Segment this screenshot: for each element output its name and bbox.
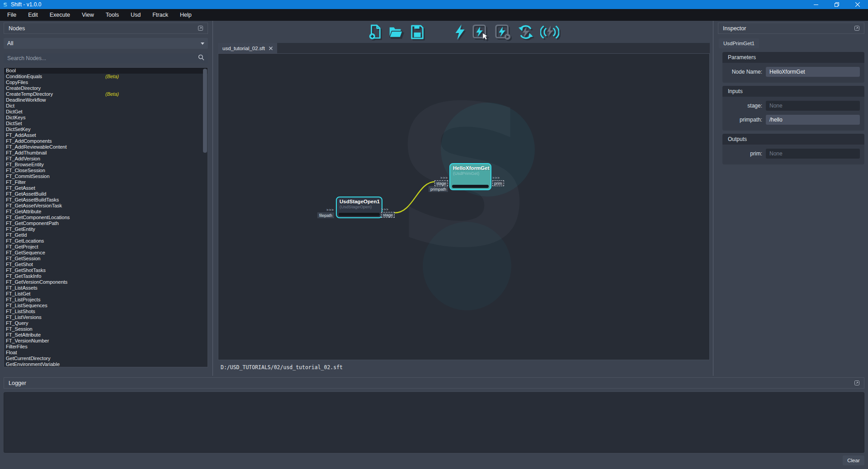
node-list-item[interactable]: Bool — [4, 68, 208, 74]
node-list-item[interactable]: Float — [4, 350, 208, 356]
graph-node-helloxformget[interactable]: HelloXformGet(UsdPrimGet) — [449, 163, 491, 190]
node-list-scrollbar-thumb[interactable] — [203, 69, 207, 153]
node-list-item[interactable]: CopyFiles — [4, 80, 208, 85]
node-list-item[interactable]: FT_GetLocations — [4, 238, 208, 244]
open-graph-icon[interactable] — [388, 24, 404, 40]
node-list-item[interactable]: FT_ListGet — [4, 291, 208, 297]
node-list-item[interactable]: FT_ListAssets — [4, 285, 208, 291]
undock-nodes-icon[interactable] — [198, 26, 203, 31]
node-list-item[interactable]: FT_ListVersions — [4, 314, 208, 320]
node-filter-value: All — [7, 40, 13, 47]
port-primpath[interactable]: primpath — [429, 186, 448, 192]
undock-logger-icon[interactable] — [854, 380, 859, 385]
inspector-node-tab[interactable]: UsdPrimGet1 — [719, 38, 759, 48]
tab-usd-tutorial-02[interactable]: usd_tutorial_02.sft — [218, 43, 277, 53]
node-list-item[interactable]: FT_AddThumbnail — [4, 150, 208, 156]
node-list-item[interactable]: DeadlineWorkflow — [4, 97, 208, 103]
menu-item-view[interactable]: View — [76, 9, 100, 21]
node-list-item[interactable]: ConditionEquals(Beta) — [4, 74, 208, 80]
node-list-item[interactable]: FT_GetShotTasks — [4, 267, 208, 273]
clear-log-button[interactable]: Clear — [843, 455, 864, 465]
node-filter-dropdown[interactable]: All — [4, 38, 208, 49]
execute-from-selected-icon[interactable] — [495, 24, 511, 40]
menu-item-tools[interactable]: Tools — [100, 9, 125, 21]
search-input[interactable] — [7, 55, 198, 61]
menu-item-help[interactable]: Help — [174, 9, 198, 21]
node-list-item[interactable]: FT_CloseSession — [4, 168, 208, 174]
log-output[interactable] — [4, 392, 864, 453]
node-list-item-label: FT_AddVersion — [6, 156, 40, 161]
new-graph-icon[interactable] — [368, 24, 382, 40]
node-list-item[interactable]: FT_GetSequence — [4, 250, 208, 256]
inspector-panel-title: Inspector — [723, 25, 746, 32]
node-list-item[interactable]: FT_Filter — [4, 179, 208, 185]
node-list-item[interactable]: FT_BrowseEntity — [4, 162, 208, 168]
node-list-item[interactable]: FilterFiles — [4, 344, 208, 350]
node-list-item-label: FT_CommitSession — [6, 174, 50, 179]
node-list-item[interactable]: FT_SetAttribute — [4, 332, 208, 338]
node-graph-canvas[interactable]: S UsdStageOpen1(UsdStageOpen)>>>filepath… — [218, 53, 710, 360]
menu-item-usd[interactable]: Usd — [125, 9, 146, 21]
node-list-item[interactable]: FT_GetId — [4, 232, 208, 238]
node-list-item[interactable]: FT_AddAsset — [4, 132, 208, 138]
inspector-row: stage:None — [725, 101, 860, 111]
field-input-nodename[interactable]: HelloXformGet — [766, 67, 860, 77]
node-list-item[interactable]: FT_GetVersionComponents — [4, 279, 208, 285]
node-list-item[interactable]: DictSet — [4, 121, 208, 127]
node-list-item[interactable]: FT_VersionNumber — [4, 338, 208, 344]
node-list-item-label: FT_SetAttribute — [6, 332, 41, 338]
node-list-item[interactable]: FT_GetComponentPath — [4, 220, 208, 226]
auto-execute-icon[interactable] — [518, 24, 534, 40]
menu-item-ftrack[interactable]: Ftrack — [146, 9, 174, 21]
node-list-item[interactable]: Dict — [4, 103, 208, 109]
node-list-item[interactable]: FT_GetTaskInfo — [4, 273, 208, 279]
node-list-item[interactable]: FT_GetComponentLocations — [4, 215, 208, 220]
node-list-item[interactable]: FT_GetProject — [4, 244, 208, 250]
node-list-item[interactable]: CreateTempDirectory(Beta) — [4, 91, 208, 97]
node-list-item[interactable]: GetCurrentDirectory — [4, 356, 208, 361]
menu-item-edit[interactable]: Edit — [22, 9, 44, 21]
node-list-item[interactable]: FT_GetAssetVersionTask — [4, 203, 208, 209]
node-list-item[interactable]: FT_CommitSession — [4, 174, 208, 179]
node-list-item[interactable]: FT_Query — [4, 320, 208, 326]
menu-item-file[interactable]: File — [1, 9, 22, 21]
node-list-item[interactable]: FT_GetAssetBuild — [4, 191, 208, 197]
node-list-item[interactable]: FT_GetAssetBuildTasks — [4, 197, 208, 203]
live-execute-icon[interactable] — [540, 24, 559, 40]
node-list-item[interactable]: FT_AddVersion — [4, 156, 208, 162]
node-list-item[interactable]: FT_ListSequences — [4, 303, 208, 309]
restore-button[interactable] — [826, 0, 847, 9]
left-splitter[interactable] — [212, 21, 213, 376]
port-filepath[interactable]: filepath — [317, 212, 334, 218]
execute-selected-icon[interactable] — [472, 24, 489, 40]
node-list-item[interactable]: FT_GetShot — [4, 262, 208, 267]
node-list-item[interactable]: DictGet — [4, 109, 208, 115]
port-prim[interactable]: prim — [492, 180, 504, 186]
minimize-button[interactable] — [806, 0, 826, 9]
save-graph-icon[interactable] — [410, 24, 425, 40]
node-list-item[interactable]: FT_AddComponents — [4, 138, 208, 144]
menu-item-execute[interactable]: Execute — [44, 9, 76, 21]
undock-inspector-icon[interactable] — [854, 26, 859, 31]
graph-node-usdstageopen1[interactable]: UsdStageOpen1(UsdStageOpen) — [336, 197, 382, 218]
node-list-item[interactable]: DictSetKey — [4, 127, 208, 132]
node-list[interactable]: BoolConditionEquals(Beta)CopyFilesCreate… — [4, 67, 208, 367]
node-list-item[interactable]: FT_Session — [4, 326, 208, 332]
field-input-primpath[interactable]: /hello — [766, 115, 860, 125]
close-tab-icon[interactable] — [269, 47, 273, 50]
port-stage[interactable]: stage — [381, 212, 395, 218]
node-list-item[interactable]: GetEnvironmentVariable — [4, 361, 208, 367]
right-splitter[interactable] — [713, 21, 713, 376]
node-list-item[interactable]: FT_ListShots — [4, 309, 208, 314]
node-list-item[interactable]: FT_GetEntity — [4, 226, 208, 232]
node-list-item[interactable]: FT_GetAsset — [4, 185, 208, 191]
node-list-item[interactable]: DictKeys — [4, 115, 208, 121]
execute-graph-icon[interactable] — [453, 24, 466, 40]
close-button[interactable] — [847, 0, 868, 9]
node-list-item[interactable]: FT_GetAttribute — [4, 209, 208, 215]
node-list-item-label: ConditionEquals — [6, 74, 42, 79]
node-list-item[interactable]: CreateDirectory — [4, 85, 208, 91]
node-list-item[interactable]: FT_GetSession — [4, 256, 208, 262]
node-list-item[interactable]: FT_AddReviewableContent — [4, 144, 208, 150]
node-list-item[interactable]: FT_ListProjects — [4, 297, 208, 303]
